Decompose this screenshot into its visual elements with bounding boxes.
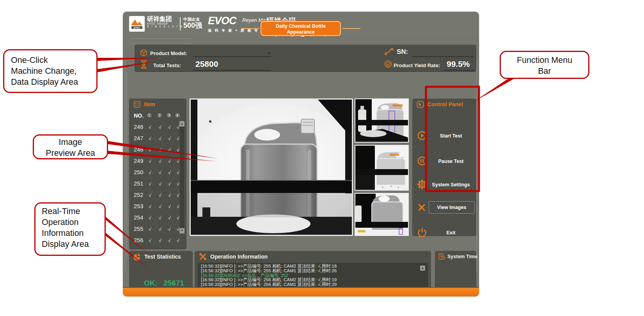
check-mark: √ [149,125,151,130]
cube-icon [140,49,147,57]
table-row[interactable]: 255√√√√ [129,224,186,235]
app-window: EVOC 研祥集团 EVOC GROUP S I N C E 1 9 7 8 中… [123,12,479,296]
view-images-item[interactable]: View Images [412,202,476,215]
start-icon [417,130,427,141]
chevron-down-icon[interactable]: ▼ [267,51,271,55]
check-mark: √ [159,136,161,141]
check-mark: √ [159,238,161,243]
check-mark: √ [168,147,171,153]
app-header: EVOC 研祥集团 EVOC GROUP S I N C E 1 9 7 8 中… [123,12,479,37]
sn-route-icon [384,48,394,55]
total-tests-label: Total Tests: [153,62,181,68]
item-panel: Item NO. ① ② ③ ④ 246√√√√247√√√√248√√√√24… [129,98,186,249]
evoc-logo: EVOC [129,16,145,32]
total-tests-field [193,70,271,71]
callout-function-menu-bar: Function Menu Bar [500,51,589,79]
row-number: 255 [134,226,143,232]
table-row[interactable]: 248√√√√ [129,145,186,156]
check-mark: √ [177,227,179,232]
table-row[interactable]: 251√√√√ [129,179,186,190]
log-line: [16:56:32][INFO ]: >>产品编号: 255 相机: CAM1 … [201,269,425,273]
preview-thumbnail-1[interactable] [355,98,409,143]
check-mark: √ [168,159,171,164]
decoration-line-left [125,60,126,271]
app-title-line1: Daily Chemical Bottle Appearance [261,23,340,35]
table-row[interactable]: 256√√√√ [129,235,186,246]
bottle-camera-image [191,100,352,235]
table-row[interactable]: 254√√√√ [129,212,186,224]
check-mark: √ [168,238,171,243]
check-mark: √ [177,238,179,243]
row-number: 250 [134,169,143,175]
decoration-line-right [476,60,477,271]
system-settings-button[interactable]: System Settings [412,179,476,192]
check-mark: √ [168,215,171,221]
check-mark: √ [168,204,171,209]
view-images-button[interactable]: View Images [429,201,475,214]
check-mark: √ [168,125,171,130]
check-mark: √ [149,147,151,153]
brand-group-en: EVOC GROUP [147,22,183,25]
app-title-plate: Daily Chemical Bottle Appearance Inspect… [261,21,341,36]
check-mark: √ [177,136,179,141]
pause-test-button[interactable]: Pause Test [412,155,476,168]
callout-line: Preview Area [34,148,107,159]
ok-value: 25671 [163,279,184,287]
sn-field[interactable] [412,56,474,57]
doc-clock-icon [438,253,445,260]
table-row[interactable]: 250√√√√ [129,167,186,179]
callout-line: Machine Change, [11,66,96,77]
check-mark: √ [177,215,179,221]
callout-image-preview-area: Image Preview Area [33,134,108,159]
test-statistics-title: Test Statistics [144,254,181,260]
yield-value: 99.5% [447,59,470,69]
callout-line: Real-Time [42,206,105,217]
brand-since: S I N C E 1 9 7 8 [147,25,183,28]
start-test-label: Start Test [428,133,474,139]
check-mark: √ [149,204,151,209]
callout-line: Function Menu [501,55,588,66]
check-mark: √ [159,125,161,130]
check-mark: √ [177,193,179,198]
col-3: ③ [167,112,171,118]
callout-line: Data Display Area [11,77,96,87]
table-row[interactable]: 252√√√√ [129,190,186,201]
check-mark: √ [168,193,171,198]
operation-information-title: Operation Information [210,254,268,260]
data-display-panel: Product Model: ▼ Total Tests: 25800 SN: [135,45,476,72]
check-mark: √ [149,215,151,221]
table-row[interactable]: 249√√√√ [129,156,186,167]
callout-line: One-Click [11,55,96,66]
page: EVOC 研祥集团 EVOC GROUP S I N C E 1 9 7 8 中… [0,0,644,316]
item-scrollbar[interactable] [180,121,184,234]
check-mark: √ [177,147,179,153]
preview-thumbnail-3[interactable] [355,193,409,236]
scroll-down-icon[interactable]: ▼ [179,228,185,234]
table-row[interactable]: 246√√√√ [129,122,186,133]
item-table-header: NO. ① ② ③ ④ [129,112,186,121]
ok-label: OK: [144,279,158,287]
close-icon [417,203,426,212]
brand-rank-500: 500强 [183,21,202,29]
app-footer [123,287,479,296]
scroll-up-icon[interactable]: ▲ [179,121,185,127]
pause-icon [417,156,427,166]
check-mark: √ [159,147,161,153]
table-row[interactable]: 253√√√√ [129,201,186,212]
product-model-field[interactable] [193,56,271,57]
check-mark: √ [149,181,151,187]
col-2: ② [157,112,162,118]
exit-button[interactable]: Exit [412,227,476,240]
start-test-button[interactable]: Start Test [412,130,476,143]
callout-line: Display Area [42,239,105,250]
log-scroll-up-icon[interactable]: ▲ [420,266,425,271]
check-mark: √ [159,204,161,209]
main-image-preview [190,98,353,236]
brand-rank: 中国企业 500强 [183,17,202,29]
table-row[interactable]: 247√√√√ [129,133,186,145]
row-number: 249 [134,158,143,164]
row-number: 246 [134,124,143,130]
col-4: ④ [175,112,180,118]
preview-thumbnail-2[interactable] [355,145,409,191]
gear-icon [417,179,427,189]
